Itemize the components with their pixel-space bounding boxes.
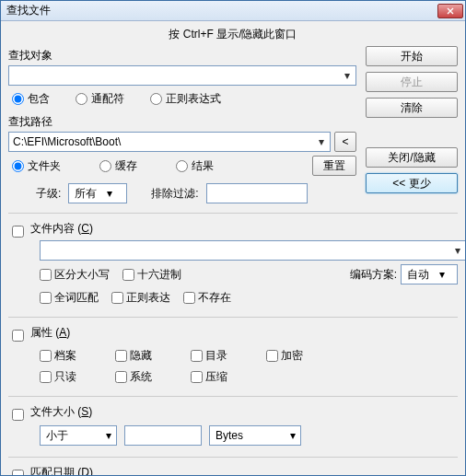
- chevron-down-icon[interactable]: ▾: [313, 133, 330, 151]
- content-group-title: 文件内容 (C): [30, 221, 458, 237]
- encoding-label: 编码方案:: [350, 267, 397, 283]
- chevron-down-icon[interactable]: ▾: [449, 241, 465, 260]
- search-target-combo[interactable]: ▾: [8, 65, 356, 86]
- attrs-group-title: 属性 (A): [30, 325, 458, 341]
- separator: [8, 317, 458, 318]
- chk-archive[interactable]: 档案: [40, 348, 76, 364]
- sublevel-label: 子级:: [36, 186, 61, 202]
- close-hide-button[interactable]: 关闭/隐藏: [366, 147, 458, 168]
- search-target-label: 查找对象: [8, 48, 356, 64]
- chk-case[interactable]: 区分大小写: [40, 267, 110, 283]
- chk-regex[interactable]: 正则表达: [111, 290, 170, 306]
- search-path-combo[interactable]: ▾: [8, 132, 331, 152]
- chk-compressed[interactable]: 压缩: [191, 369, 227, 385]
- stop-button[interactable]: 停止: [366, 72, 458, 92]
- chk-wholeword[interactable]: 全词匹配: [40, 290, 99, 306]
- close-button[interactable]: [437, 4, 463, 18]
- close-icon: [447, 7, 454, 15]
- chk-notexist[interactable]: 不存在: [183, 290, 231, 306]
- size-group-title: 文件大小 (S): [30, 404, 458, 420]
- enable-date-checkbox[interactable]: [12, 470, 24, 475]
- chk-hex[interactable]: 十六进制: [122, 267, 181, 283]
- radio-folder[interactable]: 文件夹: [12, 158, 61, 174]
- enable-size-checkbox[interactable]: [12, 409, 24, 421]
- content-input[interactable]: [41, 242, 449, 259]
- enable-content-checkbox[interactable]: [12, 226, 24, 238]
- separator: [8, 396, 458, 397]
- size-unit-combo[interactable]: Bytes ▾: [209, 425, 301, 446]
- chk-hidden[interactable]: 隐藏: [115, 348, 152, 364]
- start-button[interactable]: 开始: [366, 46, 458, 66]
- date-group-title: 匹配日期 (D): [30, 465, 458, 475]
- enable-attrs-checkbox[interactable]: [12, 330, 24, 342]
- reset-button[interactable]: 重置: [312, 156, 356, 176]
- browse-button[interactable]: <: [334, 132, 356, 152]
- search-target-input[interactable]: [9, 67, 339, 84]
- chevron-down-icon[interactable]: ▾: [101, 429, 116, 442]
- less-button[interactable]: << 更少: [366, 173, 458, 193]
- radio-cache[interactable]: 缓存: [99, 158, 137, 174]
- content-combo[interactable]: ▾: [40, 240, 465, 261]
- dialog-body: 按 Ctrl+F 显示/隐藏此窗口 查找对象 ▾ 包含 通配符 正则表达式 查找…: [1, 21, 465, 475]
- chevron-down-icon[interactable]: ▾: [435, 268, 449, 281]
- find-files-window: 查找文件 按 Ctrl+F 显示/隐藏此窗口 查找对象 ▾ 包含 通配符 正则表…: [0, 0, 466, 476]
- search-path-input[interactable]: [9, 134, 313, 150]
- chk-encrypted[interactable]: 加密: [266, 348, 303, 364]
- radio-regex[interactable]: 正则表达式: [150, 91, 221, 107]
- sublevel-combo[interactable]: 所有 ▾: [68, 183, 127, 203]
- search-path-label: 查找路径: [8, 114, 356, 130]
- chk-directory[interactable]: 目录: [191, 348, 227, 364]
- shortcut-hint: 按 Ctrl+F 显示/隐藏此窗口: [8, 25, 458, 46]
- clear-button[interactable]: 清除: [366, 98, 458, 118]
- chevron-down-icon[interactable]: ▾: [339, 66, 355, 85]
- chk-readonly[interactable]: 只读: [40, 369, 76, 385]
- radio-result[interactable]: 结果: [176, 158, 214, 174]
- exclude-label: 排除过滤:: [151, 186, 198, 202]
- radio-contains[interactable]: 包含: [12, 91, 50, 107]
- size-value-input[interactable]: [124, 425, 202, 446]
- exclude-input[interactable]: [206, 183, 308, 203]
- titlebar: 查找文件: [1, 1, 465, 21]
- chevron-down-icon[interactable]: ▾: [102, 187, 117, 200]
- separator: [8, 213, 458, 214]
- separator: [8, 457, 458, 458]
- chevron-down-icon[interactable]: ▾: [285, 429, 300, 442]
- size-op-combo[interactable]: 小于 ▾: [40, 425, 117, 446]
- chk-system[interactable]: 系统: [115, 369, 152, 385]
- radio-wildcard[interactable]: 通配符: [76, 91, 124, 107]
- encoding-combo[interactable]: 自动 ▾: [401, 264, 458, 284]
- window-title: 查找文件: [6, 3, 437, 18]
